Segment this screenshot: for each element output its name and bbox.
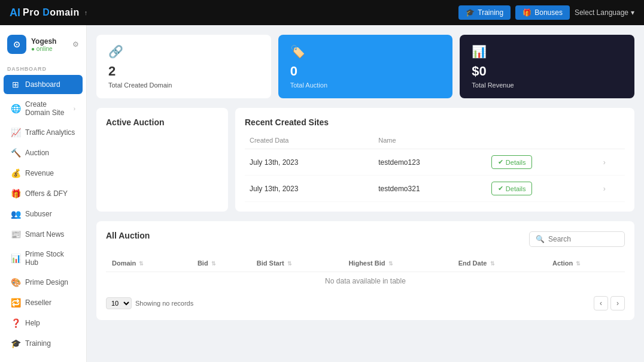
sidebar-item-offers[interactable]: 🎁 Offers & DFY	[4, 184, 83, 203]
training-button[interactable]: 🎓 Training	[458, 5, 511, 20]
sidebar-item-prime-design[interactable]: 🎨 Prime Design	[4, 273, 83, 292]
traffic-icon: 📈	[11, 128, 20, 137]
col-arrow-header	[599, 134, 625, 149]
sidebar-item-subuser[interactable]: 👥 Subuser	[4, 204, 83, 224]
cell-details: ✔ Details	[487, 149, 599, 176]
details-button[interactable]: ✔ Details	[491, 182, 533, 195]
cell-name: testdemo321	[373, 176, 487, 202]
prev-page-button[interactable]: ‹	[594, 296, 608, 310]
auction-icon: 🔨	[11, 148, 20, 158]
main-layout: ⊙ Yogesh ● online ⚙ DASHBOARD ⊞ Dashboar…	[0, 25, 644, 362]
user-info: Yogesh ● online	[31, 37, 68, 52]
sidebar-item-label: Traffic Analytics	[25, 128, 75, 137]
chevron-down-icon: ▾	[631, 8, 634, 17]
sidebar-item-label: Revenue	[25, 169, 54, 177]
pagination: ‹ ›	[594, 296, 625, 310]
auction-stat-label: Total Auction	[290, 82, 441, 89]
training-btn-label: Training	[478, 8, 503, 17]
stat-card-domains: 🔗 2 Total Created Domain	[96, 35, 271, 98]
revenue-stat-label: Total Revenue	[472, 82, 622, 89]
auction-stat-value: 0	[290, 64, 441, 79]
all-auction-panel: All Auction 🔍 Domain ⇅Bid ⇅Bid Start ⇅Hi…	[96, 221, 634, 320]
sidebar-item-traffic[interactable]: 📈 Traffic Analytics	[4, 123, 83, 142]
sidebar-item-label: Auction	[25, 149, 49, 157]
sidebar-item-dashboard[interactable]: ⊞ Dashboard	[4, 75, 83, 94]
search-box[interactable]: 🔍	[529, 231, 625, 247]
recent-sites-panel: Recent Created Sites Created Data Name J…	[235, 108, 634, 212]
prime-stock-icon: 📊	[11, 254, 20, 263]
sidebar-item-auction[interactable]: 🔨 Auction	[4, 143, 83, 162]
col-created-date: Created Data	[245, 134, 373, 149]
table-footer: 10 25 50 Showing no records ‹ ›	[106, 290, 625, 310]
active-auction-title: Active Auction	[106, 117, 218, 127]
col-end-date: End Date ⇅	[452, 255, 546, 272]
training-sidebar-icon: 🎓	[11, 339, 20, 348]
sidebar-item-reseller[interactable]: 🔁 Reseller	[4, 293, 83, 312]
sidebar-item-label: Create Domain Site	[25, 100, 69, 117]
cell-date: July 13th, 2023	[245, 176, 373, 202]
language-selector[interactable]: Select Language ▾	[575, 8, 634, 17]
online-status: ● online	[31, 46, 68, 52]
logo-icon: AI	[10, 7, 20, 19]
active-auction-panel: Active Auction	[96, 108, 228, 212]
per-page-selector: 10 25 50 Showing no records	[106, 297, 193, 309]
bonuses-btn-label: Bonuses	[534, 8, 563, 17]
sidebar-item-smart-news[interactable]: 📰 Smart News	[4, 225, 83, 244]
sidebar-item-label: Training	[25, 339, 51, 348]
sidebar-item-label: Subuser	[25, 210, 52, 218]
cell-date: July 13th, 2023	[245, 149, 373, 176]
sidebar-item-revenue[interactable]: 💰 Revenue	[4, 164, 83, 183]
no-data-cell: No data available in table	[106, 272, 625, 291]
sort-icon: ⇅	[287, 261, 292, 267]
cell-row-arrow: ›	[599, 176, 625, 202]
language-label: Select Language	[575, 8, 628, 17]
cell-row-arrow: ›	[599, 149, 625, 176]
showing-text: Showing no records	[135, 300, 193, 307]
dashboard-icon: ⊞	[11, 80, 20, 89]
recent-sites-table: Created Data Name July 13th, 2023 testde…	[245, 134, 625, 202]
prime-design-icon: 🎨	[11, 277, 20, 287]
sidebar-item-label: Prime Design	[25, 278, 68, 286]
sidebar-item-create-domain[interactable]: 🌐 Create Domain Site ›	[4, 95, 83, 122]
offers-icon: 🎁	[11, 189, 20, 198]
search-input[interactable]	[548, 235, 618, 243]
logo: AI Pro Domain ↑	[10, 7, 87, 19]
bonuses-button[interactable]: 🎁 Bonuses	[515, 5, 570, 20]
table-row: July 13th, 2023 testdemo321 ✔ Details ›	[245, 176, 625, 202]
sidebar-item-label: Smart News	[25, 230, 64, 239]
details-button[interactable]: ✔ Details	[491, 155, 533, 169]
col-action-header	[487, 134, 599, 149]
row-arrow-icon: ›	[603, 185, 606, 193]
reseller-icon: 🔁	[11, 298, 20, 307]
cell-name: testdemo123	[373, 149, 487, 176]
chevron-right-icon: ›	[74, 105, 75, 112]
smart-news-icon: 📰	[11, 230, 20, 239]
domain-stat-label: Total Created Domain	[108, 82, 259, 89]
sidebar-section-label: DASHBOARD	[0, 64, 86, 74]
recent-sites-title: Recent Created Sites	[245, 117, 625, 127]
auction-table: Domain ⇅Bid ⇅Bid Start ⇅Highest Bid ⇅End…	[106, 255, 625, 290]
logo-badge: ↑	[84, 9, 88, 16]
per-page-select[interactable]: 10 25 50	[106, 297, 132, 309]
subuser-icon: 👥	[11, 209, 20, 219]
logo-text: Pro Domain	[23, 7, 80, 18]
details-icon: ✔	[498, 158, 503, 166]
stat-card-auction: 🏷️ 0 Total Auction	[278, 35, 453, 98]
sidebar-item-prime-stock[interactable]: 📊 Prime Stock Hub	[4, 245, 83, 272]
sidebar-item-help[interactable]: ❓ Help	[4, 313, 83, 333]
col-action: Action ⇅	[546, 255, 625, 272]
sidebar-item-label: Reseller	[25, 298, 51, 307]
domain-stat-icon: 🔗	[108, 44, 259, 59]
search-icon: 🔍	[536, 235, 545, 243]
sidebar-item-training[interactable]: 🎓 Training	[4, 334, 83, 353]
settings-icon[interactable]: ⚙	[72, 40, 79, 49]
sidebar: ⊙ Yogesh ● online ⚙ DASHBOARD ⊞ Dashboar…	[0, 25, 87, 362]
sort-icon: ⇅	[576, 261, 581, 267]
create-domain-icon: 🌐	[11, 104, 20, 113]
all-auction-header: All Auction 🔍	[106, 231, 625, 248]
cards-row: Active Auction Recent Created Sites Crea…	[96, 108, 634, 212]
sidebar-item-label: Dashboard	[25, 80, 60, 89]
next-page-button[interactable]: ›	[610, 296, 625, 310]
table-row: July 13th, 2023 testdemo123 ✔ Details ›	[245, 149, 625, 176]
training-icon: 🎓	[466, 8, 475, 17]
